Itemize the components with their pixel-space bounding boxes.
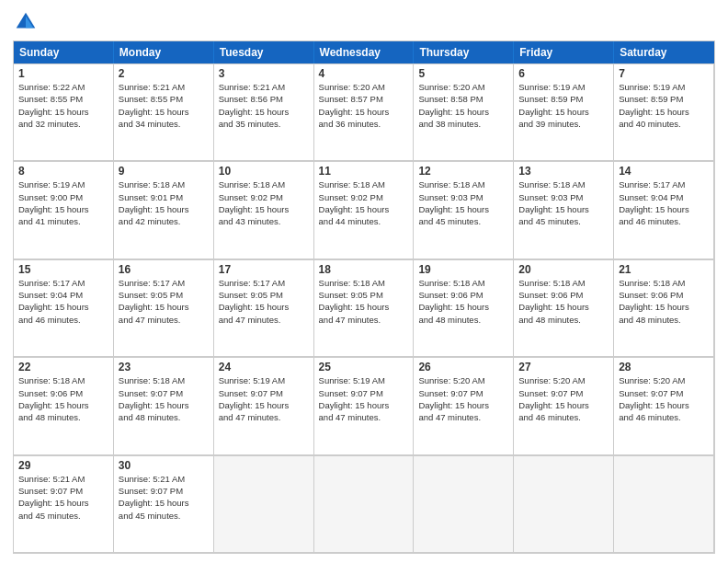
calendar-cell: 24Sunrise: 5:19 AM Sunset: 9:07 PM Dayli… (214, 357, 314, 454)
day-number: 22 (18, 361, 108, 373)
day-info: Sunrise: 5:19 AM Sunset: 9:07 PM Dayligh… (319, 374, 409, 423)
calendar-cell: 29Sunrise: 5:21 AM Sunset: 9:07 PM Dayli… (14, 455, 114, 552)
calendar-cell (414, 455, 514, 552)
day-number: 15 (18, 263, 108, 276)
day-info: Sunrise: 5:18 AM Sunset: 9:03 PM Dayligh… (418, 178, 508, 227)
day-number: 18 (319, 263, 409, 276)
weekday-header: Thursday (414, 41, 514, 63)
calendar-cell: 2Sunrise: 5:21 AM Sunset: 8:55 PM Daylig… (114, 63, 214, 160)
day-info: Sunrise: 5:21 AM Sunset: 9:07 PM Dayligh… (18, 473, 108, 522)
day-number: 12 (418, 165, 508, 178)
calendar-cell: 13Sunrise: 5:18 AM Sunset: 9:03 PM Dayli… (514, 161, 614, 258)
calendar-row: 22Sunrise: 5:18 AM Sunset: 9:06 PM Dayli… (14, 357, 714, 454)
calendar-cell: 17Sunrise: 5:17 AM Sunset: 9:05 PM Dayli… (214, 259, 314, 356)
day-number: 17 (219, 263, 309, 276)
weekday-header: Sunday (14, 41, 114, 63)
day-info: Sunrise: 5:21 AM Sunset: 9:07 PM Dayligh… (119, 473, 209, 522)
day-info: Sunrise: 5:20 AM Sunset: 9:07 PM Dayligh… (418, 374, 508, 423)
day-info: Sunrise: 5:17 AM Sunset: 9:04 PM Dayligh… (619, 178, 709, 227)
day-number: 13 (518, 165, 609, 178)
day-number: 29 (18, 459, 108, 472)
page: SundayMondayTuesdayWednesdayThursdayFrid… (0, 0, 728, 563)
weekday-header: Friday (514, 41, 614, 63)
calendar-cell: 21Sunrise: 5:18 AM Sunset: 9:06 PM Dayli… (614, 259, 714, 356)
day-number: 16 (119, 263, 209, 276)
day-info: Sunrise: 5:18 AM Sunset: 9:06 PM Dayligh… (518, 277, 609, 326)
day-info: Sunrise: 5:17 AM Sunset: 9:05 PM Dayligh… (219, 277, 309, 326)
calendar-header: SundayMondayTuesdayWednesdayThursdayFrid… (14, 41, 714, 63)
header (13, 9, 715, 35)
calendar-cell: 15Sunrise: 5:17 AM Sunset: 9:04 PM Dayli… (14, 259, 114, 356)
day-number: 10 (219, 165, 309, 178)
day-info: Sunrise: 5:20 AM Sunset: 8:57 PM Dayligh… (319, 81, 409, 130)
calendar-cell: 9Sunrise: 5:18 AM Sunset: 9:01 PM Daylig… (114, 161, 214, 258)
day-info: Sunrise: 5:21 AM Sunset: 8:56 PM Dayligh… (219, 81, 309, 130)
calendar-cell: 7Sunrise: 5:19 AM Sunset: 8:59 PM Daylig… (614, 63, 714, 160)
calendar: SundayMondayTuesdayWednesdayThursdayFrid… (13, 40, 715, 554)
day-info: Sunrise: 5:19 AM Sunset: 9:07 PM Dayligh… (219, 374, 309, 423)
day-number: 5 (418, 67, 508, 80)
calendar-body: 1Sunrise: 5:22 AM Sunset: 8:55 PM Daylig… (14, 63, 714, 553)
calendar-cell: 8Sunrise: 5:19 AM Sunset: 9:00 PM Daylig… (14, 161, 114, 258)
calendar-cell: 16Sunrise: 5:17 AM Sunset: 9:05 PM Dayli… (114, 259, 214, 356)
day-number: 25 (319, 361, 409, 373)
calendar-cell: 14Sunrise: 5:17 AM Sunset: 9:04 PM Dayli… (614, 161, 714, 258)
day-info: Sunrise: 5:18 AM Sunset: 9:06 PM Dayligh… (18, 374, 108, 423)
day-number: 11 (319, 165, 409, 178)
day-info: Sunrise: 5:17 AM Sunset: 9:04 PM Dayligh… (18, 277, 108, 326)
day-number: 9 (119, 165, 209, 178)
day-number: 7 (619, 67, 709, 80)
calendar-cell: 25Sunrise: 5:19 AM Sunset: 9:07 PM Dayli… (314, 357, 415, 454)
calendar-cell: 19Sunrise: 5:18 AM Sunset: 9:06 PM Dayli… (414, 259, 514, 356)
day-info: Sunrise: 5:18 AM Sunset: 9:02 PM Dayligh… (319, 178, 409, 227)
day-number: 4 (319, 67, 409, 80)
day-number: 26 (418, 361, 508, 373)
calendar-cell (514, 455, 614, 552)
day-number: 27 (518, 361, 609, 373)
day-number: 21 (619, 263, 709, 276)
day-number: 20 (518, 263, 609, 276)
calendar-cell: 5Sunrise: 5:20 AM Sunset: 8:58 PM Daylig… (414, 63, 514, 160)
day-info: Sunrise: 5:18 AM Sunset: 9:03 PM Dayligh… (518, 178, 609, 227)
calendar-cell: 3Sunrise: 5:21 AM Sunset: 8:56 PM Daylig… (214, 63, 314, 160)
calendar-row: 1Sunrise: 5:22 AM Sunset: 8:55 PM Daylig… (14, 63, 714, 161)
day-number: 1 (18, 67, 108, 80)
calendar-cell: 4Sunrise: 5:20 AM Sunset: 8:57 PM Daylig… (314, 63, 415, 160)
day-number: 3 (219, 67, 309, 80)
day-number: 6 (518, 67, 609, 80)
calendar-cell: 10Sunrise: 5:18 AM Sunset: 9:02 PM Dayli… (214, 161, 314, 258)
day-info: Sunrise: 5:18 AM Sunset: 9:05 PM Dayligh… (319, 277, 409, 326)
calendar-cell: 23Sunrise: 5:18 AM Sunset: 9:07 PM Dayli… (114, 357, 214, 454)
day-info: Sunrise: 5:18 AM Sunset: 9:01 PM Dayligh… (119, 178, 209, 227)
day-info: Sunrise: 5:19 AM Sunset: 8:59 PM Dayligh… (619, 81, 709, 130)
calendar-cell: 30Sunrise: 5:21 AM Sunset: 9:07 PM Dayli… (114, 455, 214, 552)
day-info: Sunrise: 5:20 AM Sunset: 9:07 PM Dayligh… (518, 374, 609, 423)
calendar-cell (214, 455, 314, 552)
calendar-cell: 22Sunrise: 5:18 AM Sunset: 9:06 PM Dayli… (14, 357, 114, 454)
calendar-cell: 28Sunrise: 5:20 AM Sunset: 9:07 PM Dayli… (614, 357, 714, 454)
weekday-header: Tuesday (214, 41, 314, 63)
calendar-cell: 11Sunrise: 5:18 AM Sunset: 9:02 PM Dayli… (314, 161, 415, 258)
day-info: Sunrise: 5:20 AM Sunset: 8:58 PM Dayligh… (418, 81, 508, 130)
day-number: 2 (119, 67, 209, 80)
calendar-cell: 20Sunrise: 5:18 AM Sunset: 9:06 PM Dayli… (514, 259, 614, 356)
day-number: 8 (18, 165, 108, 178)
day-info: Sunrise: 5:22 AM Sunset: 8:55 PM Dayligh… (18, 81, 108, 130)
day-number: 28 (619, 361, 709, 373)
day-number: 14 (619, 165, 709, 178)
logo-icon (13, 9, 39, 35)
day-info: Sunrise: 5:18 AM Sunset: 9:06 PM Dayligh… (619, 277, 709, 326)
calendar-cell (614, 455, 714, 552)
day-info: Sunrise: 5:19 AM Sunset: 9:00 PM Dayligh… (18, 178, 108, 227)
calendar-cell: 26Sunrise: 5:20 AM Sunset: 9:07 PM Dayli… (414, 357, 514, 454)
day-number: 23 (119, 361, 209, 373)
calendar-cell: 1Sunrise: 5:22 AM Sunset: 8:55 PM Daylig… (14, 63, 114, 160)
day-info: Sunrise: 5:18 AM Sunset: 9:06 PM Dayligh… (418, 277, 508, 326)
day-info: Sunrise: 5:17 AM Sunset: 9:05 PM Dayligh… (119, 277, 209, 326)
calendar-cell: 18Sunrise: 5:18 AM Sunset: 9:05 PM Dayli… (314, 259, 415, 356)
day-info: Sunrise: 5:18 AM Sunset: 9:02 PM Dayligh… (219, 178, 309, 227)
calendar-row: 29Sunrise: 5:21 AM Sunset: 9:07 PM Dayli… (14, 455, 714, 553)
day-number: 19 (418, 263, 508, 276)
calendar-row: 15Sunrise: 5:17 AM Sunset: 9:04 PM Dayli… (14, 259, 714, 357)
day-info: Sunrise: 5:21 AM Sunset: 8:55 PM Dayligh… (119, 81, 209, 130)
